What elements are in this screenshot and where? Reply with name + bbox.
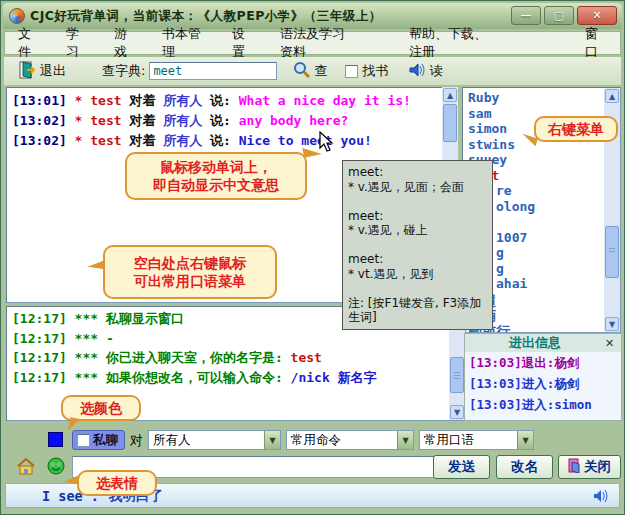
speaker-icon[interactable] bbox=[408, 62, 426, 81]
enter-exit-line: [13:03]进入:simon bbox=[465, 394, 621, 415]
menu-item[interactable]: 窗口 bbox=[572, 25, 620, 61]
command-select-value: 常用命令 bbox=[287, 432, 397, 449]
tooltip-line: meet: bbox=[348, 252, 487, 267]
chat-message: [13:02] * test 对着 所有人 说: any body here? bbox=[12, 111, 452, 131]
user-item[interactable]: Ruby bbox=[468, 90, 620, 106]
chevron-down-icon[interactable]: ▼ bbox=[397, 431, 413, 449]
app-logo-icon bbox=[9, 8, 25, 24]
speaker-icon[interactable] bbox=[593, 489, 609, 506]
callout-pick-color: 选颜色 bbox=[61, 395, 141, 421]
callout-pick-emoticon: 选表情 bbox=[77, 470, 157, 496]
emoticon-icon[interactable] bbox=[47, 457, 65, 479]
home-icon[interactable] bbox=[16, 457, 36, 480]
private-chat-toggle[interactable]: 私聊 bbox=[72, 430, 125, 450]
color-picker-swatch[interactable] bbox=[48, 432, 63, 447]
log-message: [12:17] *** 如果你想改名，可以输入命令: /nick 新名字 bbox=[12, 368, 460, 388]
chat-message: [13:01] * test 对着 所有人 说: What a nice day… bbox=[12, 91, 452, 111]
scroll-down-icon[interactable]: ▼ bbox=[605, 317, 619, 331]
target-select[interactable]: 所有人 ▼ bbox=[148, 430, 281, 450]
chevron-down-icon[interactable]: ▼ bbox=[517, 431, 533, 449]
to-label: 对 bbox=[130, 432, 143, 450]
rename-button[interactable]: 改名 bbox=[496, 455, 553, 479]
send-label: 发送 bbox=[448, 458, 475, 476]
window-title: CJC好玩背单词，当前课本：《人教PEP小学》（三年级上） bbox=[30, 8, 382, 25]
close-button[interactable]: ✕ bbox=[577, 6, 617, 25]
maximize-button[interactable]: ▢ bbox=[544, 6, 574, 25]
log-message: [12:17] *** 你已进入聊天室，你的名字是: test bbox=[12, 348, 460, 368]
callout-hover-word: 鼠标移动单词上， 即自动显示中文意思 bbox=[125, 152, 307, 200]
menu-item[interactable]: 游戏 bbox=[101, 25, 149, 61]
tooltip-line bbox=[348, 238, 487, 253]
exit-door-icon[interactable] bbox=[18, 61, 37, 82]
scroll-up-icon[interactable]: ▲ bbox=[443, 88, 457, 102]
menu-item[interactable]: 书本管理 bbox=[149, 25, 219, 61]
tooltip-line: meet: bbox=[348, 165, 487, 180]
read-label[interactable]: 读 bbox=[429, 62, 442, 80]
phrase-select[interactable]: 常用口语 ▼ bbox=[419, 430, 534, 450]
menu-item[interactable]: 语法及学习资料 bbox=[267, 25, 370, 61]
callout-blank-right-click: 空白处点右键鼠标 可出常用口语菜单 bbox=[103, 245, 277, 299]
search-label[interactable]: 查 bbox=[314, 62, 327, 80]
exit-label[interactable]: 退出 bbox=[40, 62, 66, 80]
close-label: 关闭 bbox=[584, 458, 611, 476]
tooltip-line: * v.遇见，见面；会面 bbox=[348, 180, 487, 195]
enter-exit-title: 进出信息 bbox=[465, 334, 605, 352]
menu-item[interactable]: 设置 bbox=[219, 25, 267, 61]
command-select[interactable]: 常用命令 ▼ bbox=[286, 430, 414, 450]
tooltip-line bbox=[348, 194, 487, 209]
mouse-cursor bbox=[318, 131, 334, 157]
send-button[interactable]: 发送 bbox=[433, 455, 490, 479]
scroll-up-icon[interactable]: ▲ bbox=[605, 89, 619, 103]
toolbar: 退出 查字典: 查 找书 读 bbox=[4, 57, 621, 85]
tooltip-line bbox=[348, 281, 487, 296]
phrase-select-value: 常用口语 bbox=[420, 432, 517, 449]
rename-label: 改名 bbox=[511, 458, 538, 476]
private-label: 私聊 bbox=[93, 432, 118, 449]
dictionary-tooltip: meet:* v.遇见，见面；会面meet:* v.遇见，碰上meet:* vt… bbox=[342, 160, 493, 330]
search-icon[interactable] bbox=[293, 61, 310, 81]
callout-right-menu: 右键菜单 bbox=[534, 116, 618, 142]
enter-exit-line: [13:03]退出:杨剑 bbox=[465, 352, 621, 373]
tooltip-line: * vt.遇见，见到 bbox=[348, 267, 487, 282]
chat-message: [13:02] * test 对着 所有人 说: Nice to meet yo… bbox=[12, 131, 452, 151]
menu-item[interactable]: 文件 bbox=[5, 25, 53, 61]
findbook-label[interactable]: 找书 bbox=[362, 62, 388, 80]
log-message: [12:17] *** - bbox=[12, 329, 460, 349]
close-app-button[interactable]: 关闭 bbox=[558, 455, 621, 479]
enter-exit-line: [13:03]进入:杨剑 bbox=[465, 373, 621, 394]
chevron-down-icon[interactable]: ▼ bbox=[264, 431, 280, 449]
tooltip-line: * v.遇见，碰上 bbox=[348, 223, 487, 238]
tooltip-line: meet: bbox=[348, 209, 487, 224]
exit-door-icon bbox=[568, 458, 581, 476]
menu-item[interactable]: 帮助、下载、注册 bbox=[396, 25, 510, 61]
target-select-value: 所有人 bbox=[149, 432, 264, 449]
panel-close-icon[interactable]: ✕ bbox=[605, 337, 621, 350]
menu-bar: 文件学习游戏书本管理设置语法及学习资料帮助、下载、注册窗口 bbox=[4, 31, 621, 55]
minimize-button[interactable]: — bbox=[511, 6, 541, 25]
findbook-checkbox[interactable] bbox=[345, 65, 358, 78]
enter-exit-panel: 进出信息 ✕ [13:03]退出:杨剑[13:03]进入:杨剑[13:03]进入… bbox=[464, 333, 622, 421]
tooltip-line: 注: [按F1键发音, F3添加生词] bbox=[348, 296, 487, 325]
dict-label: 查字典: bbox=[102, 62, 145, 80]
app-window: CJC好玩背单词，当前课本：《人教PEP小学》（三年级上） — ▢ ✕ 文件学习… bbox=[0, 0, 625, 515]
dict-input[interactable] bbox=[149, 62, 277, 80]
menu-item[interactable]: 学习 bbox=[53, 25, 101, 61]
scroll-down-icon[interactable]: ▼ bbox=[450, 405, 464, 419]
private-checkbox[interactable] bbox=[77, 434, 90, 447]
